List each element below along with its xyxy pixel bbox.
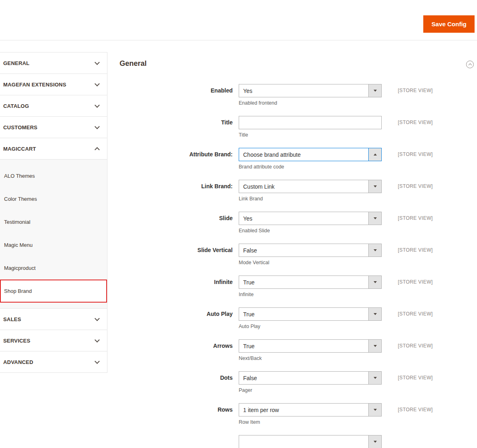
field-label: Rows xyxy=(120,403,239,416)
select-value: Yes xyxy=(239,215,368,222)
scope-label: [STORE VIEW] xyxy=(398,276,433,289)
caret-down-icon xyxy=(374,249,377,251)
field-label: Title xyxy=(120,116,239,129)
field-note: Row Item xyxy=(239,419,382,425)
sidebar-item-label: Testimonial xyxy=(4,219,30,225)
field-note: Title xyxy=(239,132,382,138)
sidebar-item-shop-brand[interactable]: Shop Brand xyxy=(0,280,107,303)
field-label: Dots xyxy=(120,371,239,385)
select-control[interactable]: Yes xyxy=(239,84,382,97)
text-input[interactable] xyxy=(239,116,382,129)
sidebar-section-magefan-extensions[interactable]: MAGEFAN EXTENSIONS xyxy=(0,74,107,95)
scope-label: [STORE VIEW] xyxy=(398,244,433,257)
field-control-area: True Next/Back xyxy=(239,339,382,361)
select-control[interactable]: True xyxy=(239,276,382,289)
field-row-slide-vertical: Slide Vertical False Mode Vertical [STOR… xyxy=(120,244,477,265)
field-label: Auto Play xyxy=(120,307,239,321)
caret-down-icon xyxy=(374,313,377,315)
select-control[interactable]: 1 item per row xyxy=(239,403,382,416)
select-control[interactable]: Choose brand attribute xyxy=(239,148,382,161)
scope-label: [STORE VIEW] xyxy=(398,371,433,385)
field-row-title: Title Title [STORE VIEW] xyxy=(120,116,477,138)
select-value: Yes xyxy=(239,88,368,94)
sidebar-item-label: Color Themes xyxy=(4,196,37,202)
caret-down-icon xyxy=(374,217,377,219)
sidebar-section-services[interactable]: SERVICES xyxy=(0,330,107,351)
sidebar-section-magiccart[interactable]: MAGICCART xyxy=(0,138,107,160)
field-label: Slide Vertical xyxy=(120,244,239,257)
select-arrow-button[interactable] xyxy=(368,148,381,161)
select-control[interactable]: True xyxy=(239,307,382,321)
field-row-infinite: Infinite True Infinite [STORE VIEW] xyxy=(120,276,477,297)
select-control[interactable]: True xyxy=(239,339,382,353)
select-control[interactable]: False xyxy=(239,244,382,257)
field-note: Auto Play xyxy=(239,324,382,329)
sidebar-section-catalog[interactable]: CATALOG xyxy=(0,95,107,117)
field-row-enabled: Enabled Yes Enabled frontend [STORE VIEW… xyxy=(120,84,477,106)
field-note: Enabled Slide xyxy=(239,228,382,233)
field-row-dots: Dots False Pager [STORE VIEW] xyxy=(120,371,477,393)
sidebar-item-magicproduct[interactable]: Magicproduct xyxy=(0,257,107,280)
select-arrow-button[interactable] xyxy=(368,212,381,225)
field-control-area: 1 item per row Row Item xyxy=(239,403,382,425)
sidebar-item-testimonial[interactable]: Testimonial xyxy=(0,210,107,233)
chevron-down-icon xyxy=(95,103,100,108)
scope-label: [STORE VIEW] xyxy=(398,339,433,353)
sidebar-item-label: Magic Menu xyxy=(4,242,33,248)
select-value: True xyxy=(239,311,368,318)
field-control-area: Custom Link Link Brand xyxy=(239,180,382,202)
field-control-area: True Auto Play xyxy=(239,307,382,329)
main-content: General Enabled Yes Enabled frontend [ST… xyxy=(120,40,477,448)
sidebar-item-alo-themes[interactable]: ALO Themes xyxy=(0,164,107,187)
select-value: 1 item per row xyxy=(239,407,368,413)
select-value: True xyxy=(239,343,368,349)
chevron-down-icon xyxy=(95,60,100,65)
select-arrow-button[interactable] xyxy=(368,276,381,288)
sidebar-item-color-themes[interactable]: Color Themes xyxy=(0,187,107,210)
field-note: Enabled frontend xyxy=(239,100,382,106)
scope-label: [STORE VIEW] xyxy=(398,307,433,321)
chevron-down-icon xyxy=(95,316,100,321)
select-arrow-button[interactable] xyxy=(368,372,381,384)
field-note: Next/Back xyxy=(239,355,382,361)
sidebar-item-label: Shop Brand xyxy=(4,288,32,294)
sidebar-section-sales[interactable]: SALES xyxy=(0,309,107,330)
save-config-button[interactable]: Save Config xyxy=(423,15,475,33)
sidebar-item-label: Magicproduct xyxy=(4,265,36,271)
select-control[interactable]: False xyxy=(239,371,382,385)
select-control[interactable] xyxy=(239,435,382,448)
field-note: Brand attribute code xyxy=(239,164,382,170)
sidebar-section-customers[interactable]: CUSTOMERS xyxy=(0,117,107,138)
select-arrow-button[interactable] xyxy=(368,308,381,320)
select-arrow-button[interactable] xyxy=(368,244,381,257)
field-control-area: Title xyxy=(239,116,382,138)
select-arrow-button[interactable] xyxy=(368,435,381,448)
sidebar-section-general[interactable]: GENERAL xyxy=(0,53,107,74)
chevron-up-icon xyxy=(468,63,471,67)
select-value: False xyxy=(239,247,368,254)
collapse-section-button[interactable] xyxy=(466,61,474,68)
field-control-area: Choose brand attribute Brand attribute c… xyxy=(239,148,382,170)
sidebar-item-magic-menu[interactable]: Magic Menu xyxy=(0,233,107,257)
select-arrow-button[interactable] xyxy=(368,340,381,352)
field-label: Slide xyxy=(120,212,239,225)
select-control[interactable]: Custom Link xyxy=(239,180,382,193)
sidebar-section-advanced[interactable]: ADVANCED xyxy=(0,351,107,373)
scope-label: [STORE VIEW] xyxy=(398,116,433,129)
select-arrow-button[interactable] xyxy=(368,180,381,193)
caret-down-icon xyxy=(374,409,377,411)
select-arrow-button[interactable] xyxy=(368,84,381,97)
form-fields: Enabled Yes Enabled frontend [STORE VIEW… xyxy=(120,84,477,448)
select-control[interactable]: Yes xyxy=(239,212,382,225)
sidebar-section-label: CUSTOMERS xyxy=(3,124,38,130)
field-row-auto-play: Auto Play True Auto Play [STORE VIEW] xyxy=(120,307,477,329)
field-control-area: True Infinite xyxy=(239,276,382,297)
caret-down-icon xyxy=(374,345,377,347)
field-control-area xyxy=(239,435,382,448)
select-arrow-button[interactable] xyxy=(368,404,381,416)
field-label: Link Brand: xyxy=(120,180,239,193)
sidebar-section-label: GENERAL xyxy=(3,60,29,66)
scope-label: [STORE VIEW] xyxy=(398,180,433,193)
chevron-down-icon xyxy=(95,124,100,129)
field-label: Attribute Brand: xyxy=(120,148,239,161)
